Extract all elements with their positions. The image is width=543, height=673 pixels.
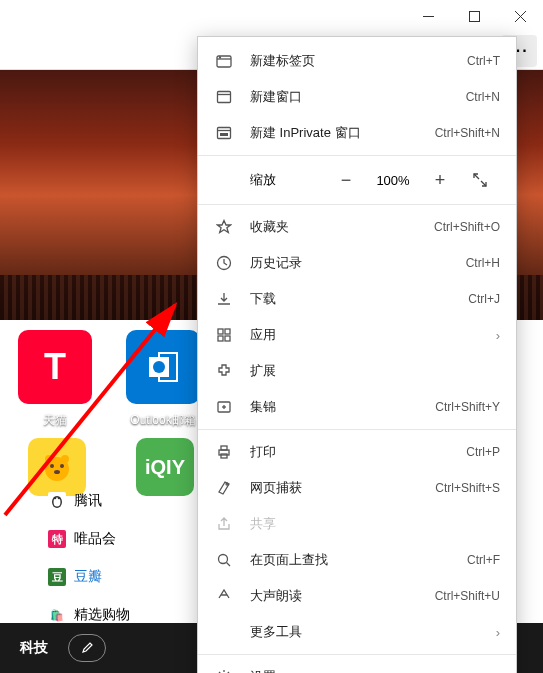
link-label: 唯品会 xyxy=(74,530,116,548)
menu-shortcut: Ctrl+Shift+O xyxy=(434,220,500,234)
svg-rect-22 xyxy=(218,92,231,103)
print-icon xyxy=(214,442,234,462)
link-label: 精选购物 xyxy=(74,606,130,624)
read-aloud-icon xyxy=(214,586,234,606)
edit-pill[interactable] xyxy=(68,634,106,662)
collections-icon xyxy=(214,397,234,417)
tile-outlook[interactable]: Outlook邮箱 xyxy=(126,330,200,429)
share-icon xyxy=(214,514,234,534)
menu-shortcut: Ctrl+N xyxy=(466,90,500,104)
menu-label: 网页捕获 xyxy=(250,479,435,497)
menu-shortcut: Ctrl+Shift+S xyxy=(435,481,500,495)
link-douban[interactable]: 豆豆瓣 xyxy=(48,558,130,596)
menu-find[interactable]: 在页面上查找 Ctrl+F xyxy=(198,542,516,578)
svg-rect-31 xyxy=(225,329,230,334)
menu-label: 设置 xyxy=(250,668,500,673)
menu-label: 应用 xyxy=(250,326,496,344)
tile-label: Outlook邮箱 xyxy=(126,412,200,429)
zoom-percent: 100% xyxy=(366,173,420,188)
svg-rect-30 xyxy=(218,329,223,334)
douban-icon: 豆 xyxy=(48,568,66,586)
menu-more-tools[interactable]: 更多工具 › xyxy=(198,614,516,650)
fullscreen-button[interactable] xyxy=(460,160,500,200)
svg-rect-38 xyxy=(221,446,227,450)
svg-point-18 xyxy=(58,497,61,500)
menu-history[interactable]: 历史记录 Ctrl+H xyxy=(198,245,516,281)
svg-line-42 xyxy=(227,563,231,567)
apps-icon xyxy=(214,325,234,345)
tile-tmall[interactable]: T 天猫 xyxy=(18,330,92,429)
menu-shortcut: Ctrl+Shift+N xyxy=(435,126,500,140)
menu-extensions[interactable]: 扩展 xyxy=(198,353,516,389)
menu-new-inprivate[interactable]: 新建 InPrivate 窗口 Ctrl+Shift+N xyxy=(198,115,516,151)
tab-tech[interactable]: 科技 xyxy=(20,639,48,657)
svg-point-12 xyxy=(45,455,53,463)
menu-label: 大声朗读 xyxy=(250,587,435,605)
menu-label: 集锦 xyxy=(250,398,435,416)
menu-label: 更多工具 xyxy=(250,623,496,641)
outlook-icon xyxy=(126,330,200,404)
menu-separator xyxy=(198,204,516,205)
svg-point-17 xyxy=(54,497,57,500)
tile-iqiyi[interactable]: iQIY xyxy=(136,438,194,496)
link-label: 豆瓣 xyxy=(74,568,102,586)
menu-share[interactable]: 共享 xyxy=(198,506,516,542)
svg-point-21 xyxy=(220,57,221,58)
history-icon xyxy=(214,253,234,273)
menu-apps[interactable]: 应用 › xyxy=(198,317,516,353)
svg-point-10 xyxy=(60,464,64,468)
menu-new-tab[interactable]: 新建标签页 Ctrl+T xyxy=(198,43,516,79)
shopping-icon: 🛍️ xyxy=(48,606,66,624)
menu-label: 收藏夹 xyxy=(250,218,434,236)
menu-shortcut: Ctrl+Shift+Y xyxy=(435,400,500,414)
menu-favorites[interactable]: 收藏夹 Ctrl+Shift+O xyxy=(198,209,516,245)
capture-icon xyxy=(214,478,234,498)
new-tab-icon xyxy=(214,51,234,71)
menu-collections[interactable]: 集锦 Ctrl+Shift+Y xyxy=(198,389,516,425)
top-sites-row: T 天猫 Outlook邮箱 xyxy=(18,330,200,429)
menu-separator xyxy=(198,155,516,156)
svg-rect-1 xyxy=(469,11,479,21)
menu-label: 历史记录 xyxy=(250,254,466,272)
link-tencent[interactable]: 腾讯 xyxy=(48,482,130,520)
find-icon xyxy=(214,550,234,570)
menu-label: 扩展 xyxy=(250,362,500,380)
menu-label: 新建标签页 xyxy=(250,52,467,70)
settings-menu: 新建标签页 Ctrl+T 新建窗口 Ctrl+N 新建 InPrivate 窗口… xyxy=(197,36,517,673)
menu-zoom: 缩放 − 100% + xyxy=(198,160,516,200)
zoom-out-button[interactable]: − xyxy=(326,160,366,200)
menu-shortcut: Ctrl+F xyxy=(467,553,500,567)
menu-label: 在页面上查找 xyxy=(250,551,467,569)
menu-label: 新建窗口 xyxy=(250,88,466,106)
maximize-button[interactable] xyxy=(451,0,497,32)
tile-label: 天猫 xyxy=(18,412,92,429)
extensions-icon xyxy=(214,361,234,381)
close-button[interactable] xyxy=(497,0,543,32)
svg-rect-39 xyxy=(221,454,227,458)
download-icon xyxy=(214,289,234,309)
star-icon xyxy=(214,217,234,237)
menu-shortcut: Ctrl+T xyxy=(467,54,500,68)
chevron-right-icon: › xyxy=(496,625,500,640)
menu-downloads[interactable]: 下载 Ctrl+J xyxy=(198,281,516,317)
menu-print[interactable]: 打印 Ctrl+P xyxy=(198,434,516,470)
menu-separator xyxy=(198,654,516,655)
zoom-label: 缩放 xyxy=(214,171,326,189)
svg-rect-26 xyxy=(220,133,228,136)
menu-read-aloud[interactable]: 大声朗读 Ctrl+Shift+U xyxy=(198,578,516,614)
menu-label: 下载 xyxy=(250,290,468,308)
zoom-in-button[interactable]: + xyxy=(420,160,460,200)
menu-new-window[interactable]: 新建窗口 Ctrl+N xyxy=(198,79,516,115)
menu-label: 打印 xyxy=(250,443,466,461)
new-window-icon xyxy=(214,87,234,107)
inprivate-icon xyxy=(214,123,234,143)
chevron-right-icon: › xyxy=(496,328,500,343)
menu-web-capture[interactable]: 网页捕获 Ctrl+Shift+S xyxy=(198,470,516,506)
menu-separator xyxy=(198,429,516,430)
link-vipshop[interactable]: 特唯品会 xyxy=(48,520,130,558)
minimize-button[interactable] xyxy=(405,0,451,32)
vip-icon: 特 xyxy=(48,530,66,548)
menu-settings[interactable]: 设置 xyxy=(198,659,516,673)
menu-shortcut: Ctrl+H xyxy=(466,256,500,270)
svg-point-7 xyxy=(153,361,165,373)
